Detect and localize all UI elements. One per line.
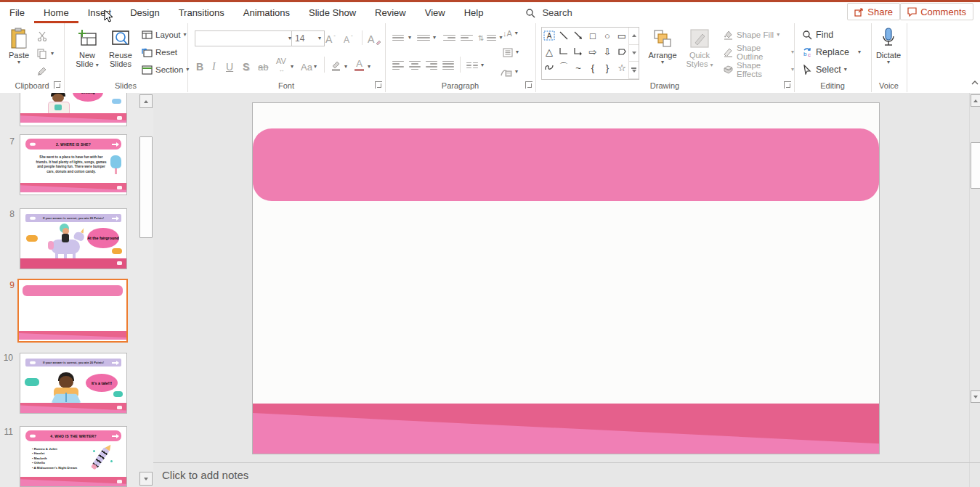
search-box[interactable]: Search — [525, 2, 572, 23]
numbering-button[interactable]: ▾ — [417, 30, 436, 45]
paragraph-dialog-launcher[interactable] — [525, 81, 532, 89]
main-scrollbar-thumb[interactable] — [971, 142, 980, 189]
shape-star[interactable]: ☆ — [615, 60, 629, 75]
comments-button[interactable]: Comments — [900, 3, 973, 20]
thumbnail-slide-9-selected[interactable] — [17, 279, 128, 343]
thumbnail-slide-11[interactable]: 4. WHO IS THE WRITER? Romeo & Juliet Ham… — [20, 426, 127, 487]
shrink-font-button[interactable]: Aˇ — [344, 30, 353, 45]
shape-effects-button[interactable]: Shape Effects ▾ — [723, 62, 794, 77]
change-case-button[interactable]: Aa — [301, 58, 312, 73]
shapes-scroll-down[interactable] — [629, 45, 639, 62]
notes-placeholder[interactable]: Click to add notes — [162, 469, 248, 481]
thumbnails-scroll-up-button[interactable] — [139, 94, 153, 108]
copy-button[interactable]: ▾ — [36, 46, 54, 61]
arrange-button[interactable]: Arrange ▾ — [644, 26, 681, 78]
align-left-button[interactable] — [392, 58, 404, 73]
character-spacing-button[interactable]: AV↔ — [276, 57, 286, 71]
shape-line[interactable] — [556, 28, 571, 44]
menu-help[interactable]: Help — [455, 2, 493, 23]
shape-curve[interactable]: ~ — [571, 60, 586, 75]
notes-pane-divider[interactable] — [153, 462, 980, 463]
menu-view[interactable]: View — [416, 2, 455, 23]
thumbnails-scrollbar-thumb[interactable] — [139, 136, 153, 238]
menu-home[interactable]: Home — [34, 2, 78, 23]
shapes-more-button[interactable] — [629, 62, 639, 79]
increase-indent-button[interactable] — [461, 30, 473, 45]
share-button[interactable]: Share — [847, 3, 900, 20]
shape-ellipse[interactable]: ○ — [600, 28, 615, 44]
shape-triangle[interactable]: △ — [542, 44, 556, 60]
main-scroll-down-button[interactable] — [971, 390, 980, 403]
thumbnail-slide-7[interactable]: 2. WHERE IS SHE? She went to a place to … — [20, 134, 127, 195]
shape-textbox[interactable]: A — [542, 28, 556, 44]
find-button[interactable]: Find — [801, 28, 833, 42]
reset-button[interactable]: Reset — [141, 45, 177, 60]
slide-title-shape[interactable] — [253, 128, 879, 201]
strikethrough-button[interactable]: ab — [258, 58, 268, 73]
align-text-button[interactable]: ▾ — [503, 45, 519, 60]
shape-right-brace[interactable]: } — [600, 60, 615, 75]
decrease-indent-button[interactable] — [443, 30, 455, 45]
shape-fill-button[interactable]: Shape Fill ▾ — [723, 28, 779, 42]
shape-outline-button[interactable]: Shape Outline ▾ — [723, 45, 794, 60]
paste-button[interactable]: Paste ▾ — [3, 26, 35, 78]
font-size-combo[interactable]: 14 ▾ — [291, 30, 325, 46]
shape-arrow[interactable] — [571, 28, 586, 44]
reuse-slides-button[interactable]: Reuse Slides — [105, 26, 137, 78]
thumbnails-scroll-down-button[interactable] — [139, 472, 153, 486]
section-button[interactable]: Section ▾ — [141, 62, 189, 77]
bold-button[interactable]: B — [196, 58, 203, 73]
italic-button[interactable]: I — [212, 58, 216, 73]
underline-button[interactable]: U — [226, 58, 233, 73]
thumbnail-slide-8[interactable]: If your answer is correct, you win 20 Po… — [20, 208, 127, 269]
slide-canvas[interactable] — [252, 102, 880, 454]
align-center-button[interactable] — [409, 58, 421, 73]
menu-file[interactable]: File — [0, 2, 34, 23]
slide-bottom-band-shape[interactable] — [253, 404, 879, 454]
select-button[interactable]: Select ▾ — [801, 62, 847, 77]
font-name-combo[interactable]: ▾ — [195, 30, 295, 46]
dictate-button[interactable]: Dictate ▾ — [872, 26, 904, 78]
shape-rounded-rectangle[interactable]: ▭ — [615, 28, 629, 44]
menu-design[interactable]: Design — [121, 2, 169, 23]
justify-button[interactable] — [442, 58, 454, 73]
convert-smartart-button[interactable]: ▾ — [500, 65, 518, 79]
clear-formatting-button[interactable]: A — [368, 30, 381, 45]
menu-transitions[interactable]: Transitions — [169, 2, 234, 23]
grow-font-button[interactable]: Aˆ — [325, 30, 336, 45]
format-painter-button[interactable] — [36, 64, 48, 78]
shapes-scroll-up[interactable] — [629, 28, 639, 45]
font-dialog-launcher[interactable] — [375, 81, 382, 89]
align-right-button[interactable] — [426, 58, 437, 73]
menu-animations[interactable]: Animations — [234, 2, 299, 23]
menu-slideshow[interactable]: Slide Show — [299, 2, 365, 23]
shape-arc[interactable]: ⌒ — [556, 60, 571, 75]
columns-button[interactable]: ▾ — [466, 58, 484, 73]
thumbnail-slide-10[interactable]: If your answer is correct, you win 20 Po… — [20, 353, 127, 414]
cut-button[interactable] — [36, 29, 48, 44]
new-slide-button[interactable]: New Slide ▾ — [71, 26, 103, 78]
quick-styles-button[interactable]: Quick Styles ▾ — [682, 26, 717, 78]
clipboard-dialog-launcher[interactable] — [54, 81, 61, 89]
shape-left-brace[interactable]: { — [586, 60, 600, 75]
collapse-ribbon-button[interactable] — [971, 80, 979, 86]
shape-rectangle[interactable]: □ — [586, 28, 600, 44]
font-color-button[interactable]: A — [355, 57, 364, 71]
main-scroll-up-button[interactable] — [971, 94, 980, 107]
line-spacing-button[interactable]: ⇅ ▾ — [478, 30, 502, 45]
highlight-color-button[interactable] — [331, 57, 341, 71]
shape-right-arrow[interactable]: ⇨ — [586, 44, 600, 60]
shape-elbow-connector[interactable] — [556, 44, 571, 60]
shape-scribble[interactable] — [542, 60, 556, 75]
text-shadow-button[interactable]: S — [243, 58, 249, 73]
shape-freeform[interactable] — [615, 44, 629, 60]
thumbnail-slide-6[interactable]: cooking — [20, 93, 127, 126]
layout-button[interactable]: Layout ▾ — [141, 28, 187, 42]
menu-review[interactable]: Review — [365, 2, 416, 23]
text-direction-button[interactable]: ↓A ▾ — [503, 26, 518, 41]
drawing-dialog-launcher[interactable] — [784, 81, 791, 89]
shape-elbow-arrow-connector[interactable] — [571, 44, 586, 60]
bullets-button[interactable]: ▾ — [392, 30, 411, 45]
replace-button[interactable]: bc Replace ▾ — [801, 45, 861, 60]
menu-insert[interactable]: Insert — [78, 2, 121, 23]
